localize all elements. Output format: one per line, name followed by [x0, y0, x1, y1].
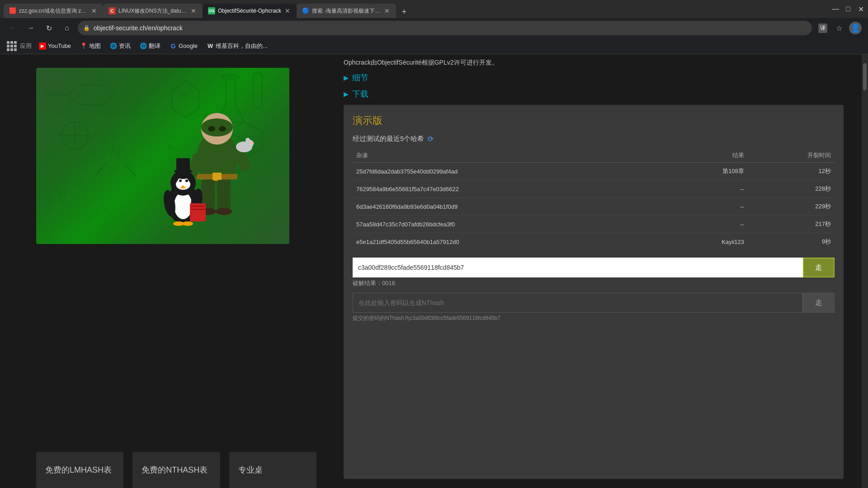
refresh-icon[interactable]: ⟳	[428, 135, 434, 143]
address-bar[interactable]: 🔒 objectif-securite.ch/en/ophcrack	[78, 21, 812, 35]
svg-line-1	[68, 85, 79, 95]
tab-close-linux[interactable]: ✕	[190, 6, 197, 15]
chem-label-pe: Pe	[181, 90, 188, 99]
left-panel: N CH 2Y Ro Y-1=M	[0, 54, 326, 488]
maps-favicon: 📍	[80, 42, 87, 50]
cell-result: --	[664, 198, 748, 216]
hero-svg	[145, 104, 271, 239]
cell-result: --	[664, 216, 748, 233]
bottom-card-pro[interactable]: 专业桌	[229, 452, 316, 488]
bottom-card-lmhash[interactable]: 免费的LMHASH表	[36, 452, 123, 488]
tab-favicon-zzz: 🟥	[9, 7, 16, 14]
user-avatar[interactable]: 👤	[848, 21, 863, 35]
youtube-favicon: ▶	[39, 42, 46, 50]
home-button[interactable]: ⌂	[60, 21, 74, 35]
bottom-card-pro-label: 专业桌	[238, 465, 263, 475]
expand-detail-label: 细节	[352, 72, 368, 83]
maximize-button[interactable]: □	[844, 5, 852, 13]
svg-point-26	[219, 126, 226, 131]
bookmark-wiki[interactable]: W 维基百科，自由的...	[203, 40, 271, 52]
cell-result: --	[664, 180, 748, 198]
top-description: Ophcrack由ObjectifSécurité根据GPLv2许可进行开发。	[344, 54, 844, 67]
google-favicon: G	[170, 42, 177, 50]
hash-go-button[interactable]: 走	[803, 258, 835, 277]
scrollbar[interactable]	[862, 54, 868, 488]
svg-rect-53	[176, 158, 190, 172]
scrollbar-thumb[interactable]	[863, 63, 867, 90]
title-bar: 🟥 zzz.gov.cn域名信息查询 zzz.go... ✕ C LINUX修改…	[0, 0, 868, 18]
svg-line-3	[68, 95, 79, 105]
nthash-input-row: 走	[353, 293, 835, 313]
table-row: 57aa58d47c35c7d07afdb26bdcfea3f0 -- 217秒	[353, 216, 835, 233]
col-result: 结果	[664, 149, 748, 163]
svg-point-36	[250, 142, 254, 144]
bottom-card-nthash[interactable]: 免费的NTHASH表	[132, 452, 220, 488]
cell-time: 9秒	[748, 233, 835, 251]
hash-input-field[interactable]	[353, 258, 803, 277]
bookmark-translate-label: 翻译	[149, 42, 160, 50]
close-button[interactable]: ✕	[857, 5, 864, 13]
tab-zzz[interactable]: 🟥 zzz.gov.cn域名信息查询 zzz.go... ✕	[4, 4, 103, 18]
back-button[interactable]: ←	[5, 21, 20, 35]
bookmark-button[interactable]: ☆	[832, 21, 846, 35]
expand-download[interactable]: ▶ 下载	[344, 89, 844, 99]
translate-button[interactable]: 译	[816, 21, 830, 35]
news-favicon: 🌐	[110, 42, 117, 50]
demo-box: 演示版 经过测试的最近5个哈希 ⟳ 杂凑 结果 开裂时间	[344, 105, 844, 479]
expand-download-label: 下载	[352, 89, 368, 99]
nthash-input-field[interactable]	[353, 293, 803, 313]
tab-title-objectif: ObjectifSécurité-Ophcrack	[218, 8, 281, 14]
page-content: N CH 2Y Ro Y-1=M	[0, 54, 868, 488]
svg-rect-9	[253, 72, 262, 108]
col-time: 开裂时间	[748, 149, 835, 163]
tab-objectif[interactable]: OS ObjectifSécurité-Ophcrack ✕	[203, 4, 297, 18]
bookmark-youtube[interactable]: ▶ YouTube	[35, 41, 75, 52]
cell-result: 第108章	[664, 163, 748, 180]
cell-hash: 7629584a9b6e55681f5a7c47e03d6622	[353, 180, 664, 198]
svg-point-40	[174, 192, 192, 219]
table-row: 6d3ae426160f6da9b93e6d0a04b1f0d9 -- 229秒	[353, 198, 835, 216]
demo-title: 演示版	[353, 114, 835, 127]
cell-hash: e5e1a21df5405d55b65640b1a57912d0	[353, 233, 664, 251]
minimize-button[interactable]: —	[832, 5, 839, 13]
bottom-cards: 免费的LMHASH表 免费的NTHASH表 专业桌	[36, 443, 316, 488]
nav-right-controls: 译 ☆ 👤	[816, 21, 863, 35]
svg-point-32	[216, 208, 232, 215]
address-text: objectif-securite.ch/en/ophcrack	[94, 24, 807, 32]
bookmark-maps-label: 地图	[89, 42, 101, 50]
apps-button[interactable]	[5, 40, 18, 52]
reload-button[interactable]: ↻	[42, 21, 56, 35]
bookmark-maps[interactable]: 📍 地图	[76, 40, 104, 52]
hash-input-row: 走	[353, 258, 835, 277]
translate-favicon: 🌐	[140, 42, 147, 50]
cell-time: 217秒	[748, 216, 835, 233]
tab-close-objectif[interactable]: ✕	[284, 6, 291, 15]
nthash-go-button[interactable]: 走	[803, 293, 835, 313]
window-controls: — □ ✕	[832, 5, 864, 13]
svg-point-25	[208, 126, 215, 131]
bookmark-google[interactable]: G Google	[166, 41, 201, 52]
svg-rect-56	[191, 209, 205, 210]
bookmarks-bar: 应用 ▶ YouTube 📍 地图 🌐 资讯 🌐 翻译 G Google W 维…	[0, 38, 868, 54]
new-tab-button[interactable]: +	[398, 5, 410, 18]
bookmark-news[interactable]: 🌐 资讯	[106, 40, 134, 52]
bookmark-translate[interactable]: 🌐 翻译	[136, 40, 164, 52]
svg-line-14	[95, 163, 106, 176]
expand-download-arrow: ▶	[344, 90, 349, 98]
bookmark-youtube-label: YouTube	[48, 42, 71, 49]
right-panel: Ophcrack由ObjectifSécurité根据GPLv2许可进行开发。 …	[326, 54, 862, 488]
svg-point-46	[185, 179, 188, 182]
tab-title-linux: LINUX修改DNS方法_datuzijiear...	[118, 7, 187, 15]
tab-search[interactable]: 🔵 搜索 -海量高清影视极速下载-BT... ✕	[297, 4, 396, 18]
browser-chrome: 🟥 zzz.gov.cn域名信息查询 zzz.go... ✕ C LINUX修改…	[0, 0, 868, 54]
hash-table: 杂凑 结果 开裂时间 25d7fd6daa2dab3755e40dd0299af…	[353, 149, 835, 250]
tab-close-search[interactable]: ✕	[383, 6, 391, 15]
expand-detail[interactable]: ▶ 细节	[344, 72, 844, 83]
nav-bar: ← → ↻ ⌂ 🔒 objectif-securite.ch/en/ophcra…	[0, 18, 868, 38]
svg-text:N: N	[108, 142, 122, 162]
forward-button[interactable]: →	[24, 21, 38, 35]
tab-close-zzz[interactable]: ✕	[90, 6, 98, 15]
hero-image-inner: N CH 2Y Ro Y-1=M	[36, 68, 289, 244]
tab-linux[interactable]: C LINUX修改DNS方法_datuzijiear... ✕	[103, 4, 203, 18]
tab-title-zzz: zzz.gov.cn域名信息查询 zzz.go...	[19, 7, 88, 15]
